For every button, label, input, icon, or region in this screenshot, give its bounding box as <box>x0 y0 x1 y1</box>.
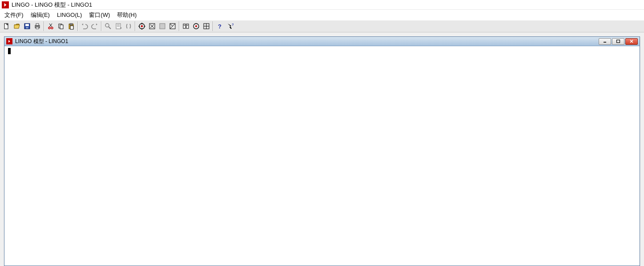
redo-icon <box>89 21 100 31</box>
toolbar: ?? <box>0 20 644 32</box>
svg-rect-15 <box>70 26 73 29</box>
match-paren-icon <box>123 21 133 31</box>
open-file-icon[interactable] <box>12 21 22 31</box>
solve-icon[interactable] <box>137 21 147 31</box>
svg-point-18 <box>105 24 109 27</box>
svg-text:?: ? <box>218 23 221 30</box>
toolbar-group <box>45 21 76 31</box>
svg-point-42 <box>195 25 197 27</box>
svg-line-19 <box>109 27 111 29</box>
toolbar-group: ?? <box>214 21 235 31</box>
svg-marker-23 <box>121 27 122 29</box>
picture-icon[interactable] <box>167 21 177 31</box>
toolbar-separator <box>135 21 135 31</box>
app-titlebar: LINGO - LINGO 模型 - LINGO1 <box>0 0 644 10</box>
text-caret <box>8 48 11 54</box>
svg-marker-17 <box>96 24 97 25</box>
app-icon <box>2 1 9 8</box>
toolbar-separator <box>101 21 101 31</box>
menu-lingo[interactable]: LINGO(L) <box>54 11 86 19</box>
toolbar-group <box>103 21 133 31</box>
close-button[interactable] <box>625 38 638 45</box>
matrix-icon <box>157 21 167 31</box>
options-icon[interactable] <box>181 21 191 31</box>
menu-edit[interactable]: 编辑(E) <box>28 10 54 20</box>
svg-point-25 <box>141 25 142 27</box>
toolbar-group <box>181 21 211 31</box>
context-help-icon[interactable]: ? <box>225 21 235 31</box>
svg-rect-2 <box>25 24 29 26</box>
toolbar-separator <box>179 21 179 31</box>
toolbar-group <box>137 21 177 31</box>
menubar: 文件(F) 编辑(E) LINGO(L) 窗口(W) 帮助(H) <box>0 10 644 20</box>
solution-icon[interactable] <box>147 21 157 31</box>
svg-rect-33 <box>160 24 165 29</box>
child-window: LINGO 模型 - LINGO1 <box>4 36 640 266</box>
minimize-button[interactable] <box>599 38 611 45</box>
undo-icon <box>79 21 89 31</box>
menu-help[interactable]: 帮助(H) <box>114 10 141 20</box>
help-icon[interactable]: ? <box>214 21 225 31</box>
svg-text:?: ? <box>232 23 233 27</box>
copy-icon[interactable] <box>56 21 66 31</box>
child-title: LINGO 模型 - LINGO1 <box>15 38 68 45</box>
mdi-area: LINGO 模型 - LINGO1 <box>0 32 644 266</box>
cut-icon[interactable] <box>45 21 56 31</box>
paste-icon[interactable] <box>66 21 76 31</box>
svg-rect-12 <box>60 25 63 29</box>
child-window-icon <box>6 38 12 44</box>
print-icon[interactable] <box>32 21 42 31</box>
goto-line-icon <box>113 21 123 31</box>
toolbar-separator <box>44 21 44 31</box>
svg-rect-38 <box>186 24 189 28</box>
svg-rect-14 <box>70 24 72 25</box>
child-titlebar[interactable]: LINGO 模型 - LINGO1 <box>4 37 640 46</box>
svg-marker-16 <box>82 24 83 25</box>
svg-point-10 <box>51 27 53 29</box>
svg-rect-3 <box>26 27 28 28</box>
toolbar-separator <box>77 21 78 31</box>
svg-rect-37 <box>183 24 185 28</box>
new-file-icon[interactable] <box>1 21 12 31</box>
child-window-controls <box>599 38 640 45</box>
svg-rect-49 <box>617 40 620 43</box>
toolbar-separator <box>213 21 213 31</box>
editor-area[interactable] <box>4 46 640 266</box>
menu-window[interactable]: 窗口(W) <box>86 10 114 20</box>
maximize-button[interactable] <box>612 38 624 45</box>
tile-windows-icon[interactable] <box>201 21 211 31</box>
toolbar-group <box>79 21 100 31</box>
svg-rect-6 <box>36 27 39 29</box>
find-icon <box>103 21 113 31</box>
svg-point-9 <box>48 27 50 29</box>
svg-rect-5 <box>36 24 39 25</box>
save-icon[interactable] <box>22 21 32 31</box>
svg-line-36 <box>170 24 173 26</box>
debug-icon[interactable] <box>191 21 201 31</box>
toolbar-group <box>1 21 42 31</box>
app-title: LINGO - LINGO 模型 - LINGO1 <box>12 1 92 9</box>
menu-file[interactable]: 文件(F) <box>2 10 28 20</box>
